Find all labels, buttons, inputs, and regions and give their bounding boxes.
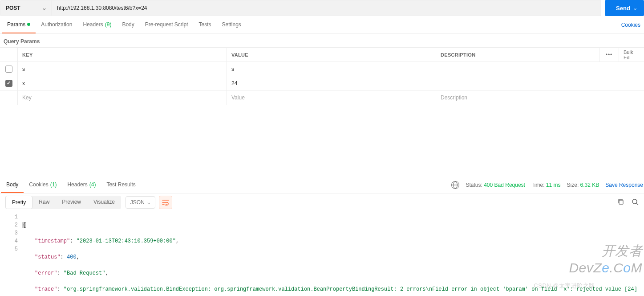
wrap-lines-button[interactable]: [159, 196, 172, 209]
method-value: POST: [6, 5, 20, 11]
size-meta: Size: 6.32 KB: [567, 182, 599, 188]
status-meta: Status: 400 Bad Request: [466, 182, 525, 188]
rtab-body[interactable]: Body: [1, 177, 24, 193]
time-meta: Time: 11 ms: [531, 182, 561, 188]
value-cell[interactable]: s: [227, 62, 436, 76]
key-input[interactable]: Key: [18, 90, 227, 105]
code-content: { "timestamp": "2023-01-13T02:43:10.359+…: [22, 213, 644, 296]
row-checkbox[interactable]: [5, 66, 12, 73]
view-preview-button[interactable]: Preview: [56, 196, 87, 209]
key-cell[interactable]: x: [18, 76, 227, 90]
view-mode-pill: Pretty Raw Preview Visualize: [5, 196, 121, 209]
rtab-headers[interactable]: Headers (4): [62, 177, 101, 193]
table-row-new: Key Value Description: [0, 90, 644, 105]
tab-settings[interactable]: Settings: [217, 16, 247, 33]
desc-cell[interactable]: [436, 62, 644, 76]
view-raw-button[interactable]: Raw: [32, 196, 56, 209]
tab-params-label: Params: [7, 21, 25, 28]
language-select[interactable]: JSON ⌵: [126, 196, 155, 209]
chevron-down-icon: ⌵: [43, 5, 46, 11]
response-tabs: Body Cookies (1) Headers (4) Test Result…: [0, 177, 644, 193]
header-check-cell: [0, 48, 18, 62]
method-select[interactable]: POST ⌵: [0, 0, 52, 16]
params-indicator-dot: [27, 23, 30, 26]
line-gutter: 12345: [0, 213, 22, 296]
rtab-test-results[interactable]: Test Results: [101, 177, 141, 193]
url-value: http://192.168.1.30:8080/test6/b?x=24: [57, 5, 147, 11]
chevron-down-icon: ⌵: [634, 6, 636, 11]
row-checkbox[interactable]: ✓: [5, 80, 12, 87]
table-row: ✓ x 24: [0, 76, 644, 90]
tab-body[interactable]: Body: [117, 16, 139, 33]
globe-icon[interactable]: [451, 181, 459, 189]
value-cell[interactable]: 24: [227, 76, 436, 90]
table-row: s s: [0, 62, 644, 76]
url-input[interactable]: http://192.168.1.30:8080/test6/b?x=24: [52, 0, 601, 16]
bulk-edit-button[interactable]: Bulk Ed: [619, 48, 644, 62]
view-pretty-button[interactable]: Pretty: [5, 196, 32, 209]
more-options-button[interactable]: •••: [599, 48, 619, 62]
cookies-link[interactable]: Cookies: [620, 22, 642, 28]
key-cell[interactable]: s: [18, 62, 227, 76]
cookies-count: (1): [50, 181, 57, 188]
save-response-button[interactable]: Save Response: [605, 182, 643, 188]
copy-icon[interactable]: [617, 198, 624, 207]
desc-input[interactable]: Description: [436, 90, 644, 105]
view-mode-row: Pretty Raw Preview Visualize JSON ⌵: [0, 193, 644, 211]
section-title: Query Params: [0, 34, 644, 47]
params-table: KEY VALUE DESCRIPTION ••• Bulk Ed s s ✓ …: [0, 47, 644, 105]
rtab-cookies[interactable]: Cookies (1): [24, 177, 62, 193]
column-key-header: KEY: [18, 48, 227, 62]
tab-prerequest[interactable]: Pre-request Script: [140, 16, 194, 33]
tab-params[interactable]: Params: [2, 16, 36, 33]
headers-count: (9): [105, 21, 112, 28]
svg-rect-0: [619, 200, 623, 204]
column-desc-header: DESCRIPTION: [436, 48, 599, 62]
chevron-down-icon: ⌵: [147, 200, 150, 206]
tab-headers[interactable]: Headers (9): [77, 16, 117, 33]
tab-authorization[interactable]: Authorization: [36, 16, 77, 33]
send-button[interactable]: Send ⌵: [605, 0, 644, 16]
send-label: Send: [616, 5, 630, 12]
tab-tests[interactable]: Tests: [193, 16, 216, 33]
resp-headers-count: (4): [89, 181, 96, 188]
response-body[interactable]: 12345 { "timestamp": "2023-01-13T02:43:1…: [0, 211, 644, 296]
view-visualize-button[interactable]: Visualize: [87, 196, 121, 209]
search-icon[interactable]: [632, 198, 639, 207]
column-value-header: VALUE: [227, 48, 436, 62]
request-tabs: Params Authorization Headers (9) Body Pr…: [0, 16, 644, 34]
value-input[interactable]: Value: [227, 90, 436, 105]
desc-cell[interactable]: [436, 76, 644, 90]
svg-point-1: [632, 199, 637, 204]
